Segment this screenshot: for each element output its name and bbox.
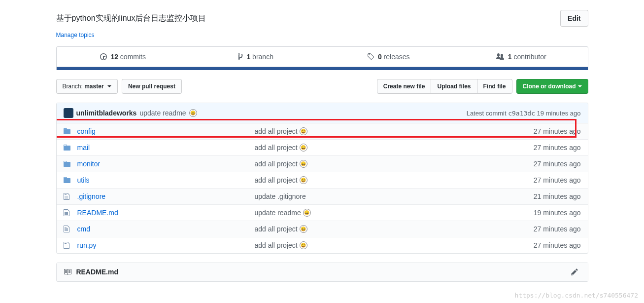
emoji-smile-icon: 😄 — [300, 127, 307, 135]
emoji-smile-icon: 😄 — [300, 144, 307, 152]
file-list: unlimitbladeworks update readme 😄 Latest… — [56, 103, 588, 254]
file-name-link[interactable]: README.md — [77, 209, 255, 217]
file-name-link[interactable]: run.py — [77, 241, 255, 249]
stats-bar: 12 commits 1 branch 0 releases 1 contrib… — [56, 46, 588, 67]
stat-releases[interactable]: 0 releases — [322, 47, 455, 67]
find-file-button[interactable]: Find file — [477, 79, 512, 94]
stat-commits[interactable]: 12 commits — [57, 47, 190, 67]
file-name-link[interactable]: mail — [77, 144, 255, 152]
emoji-smile-icon: 😄 — [189, 109, 197, 117]
create-file-button[interactable]: Create new file — [377, 79, 432, 94]
file-time: 27 minutes ago — [502, 144, 581, 152]
file-icon — [64, 225, 71, 233]
file-commit-message[interactable]: update readme😄 — [255, 209, 502, 217]
commit-author[interactable]: unlimitbladeworks — [76, 109, 137, 117]
emoji-smile-icon: 😄 — [303, 209, 311, 217]
edit-button[interactable]: Edit — [560, 10, 588, 27]
latest-commit-row: unlimitbladeworks update readme 😄 Latest… — [57, 103, 588, 123]
file-time: 27 minutes ago — [502, 160, 581, 168]
file-icon — [64, 192, 71, 200]
people-icon — [496, 53, 504, 61]
table-row: configadd all project😄27 minutes ago — [57, 123, 588, 140]
commit-meta: Latest commit c9a13dc 19 minutes ago — [467, 110, 581, 117]
file-name-link[interactable]: .gitignore — [77, 192, 255, 200]
file-name-link[interactable]: config — [77, 127, 255, 135]
table-row: monitoradd all project😄27 minutes ago — [57, 156, 588, 172]
file-commit-message[interactable]: add all project😄 — [255, 241, 502, 249]
file-time: 27 minutes ago — [502, 127, 581, 135]
commit-message[interactable]: update readme — [139, 109, 186, 117]
file-time: 19 minutes ago — [502, 209, 581, 217]
pencil-icon — [571, 268, 578, 276]
table-row: cmdadd all project😄27 minutes ago — [57, 221, 588, 237]
file-time: 21 minutes ago — [502, 192, 581, 200]
table-row: run.pyadd all project😄27 minutes ago — [57, 237, 588, 253]
file-name-link[interactable]: cmd — [77, 225, 255, 233]
table-row: mailadd all project😄27 minutes ago — [57, 140, 588, 156]
table-row: utilsadd all project😄27 minutes ago — [57, 172, 588, 189]
file-name-link[interactable]: monitor — [77, 160, 255, 168]
file-name-link[interactable]: utils — [77, 176, 255, 184]
folder-icon — [64, 144, 71, 152]
branch-select-button[interactable]: Branch: master — [56, 79, 118, 94]
file-icon — [64, 241, 71, 249]
clone-download-button[interactable]: Clone or download — [516, 79, 588, 94]
file-time: 27 minutes ago — [502, 225, 581, 233]
file-time: 27 minutes ago — [502, 241, 581, 249]
avatar[interactable] — [64, 108, 73, 118]
file-commit-message[interactable]: add all project😄 — [255, 127, 502, 135]
language-bar[interactable] — [56, 67, 588, 70]
file-time: 27 minutes ago — [502, 176, 581, 184]
book-icon — [64, 268, 71, 276]
file-commit-message[interactable]: update .gitignore — [255, 192, 502, 200]
file-commit-message[interactable]: add all project😄 — [255, 225, 502, 233]
repo-description: 基于python实现的linux后台日志监控小项目 — [56, 13, 206, 24]
folder-icon — [64, 176, 71, 184]
file-icon — [64, 209, 71, 217]
emoji-smile-icon: 😄 — [300, 225, 307, 233]
folder-icon — [64, 127, 71, 135]
table-row: README.mdupdate readme😄19 minutes ago — [57, 205, 588, 221]
upload-files-button[interactable]: Upload files — [431, 79, 477, 94]
stat-branches[interactable]: 1 branch — [189, 47, 322, 67]
new-pull-request-button[interactable]: New pull request — [122, 79, 182, 94]
emoji-smile-icon: 😄 — [300, 160, 307, 168]
folder-icon — [64, 160, 71, 168]
file-commit-message[interactable]: add all project😄 — [255, 176, 502, 184]
emoji-smile-icon: 😄 — [300, 241, 307, 249]
history-icon — [100, 53, 107, 61]
commit-sha[interactable]: c9a13dc — [508, 110, 535, 117]
file-commit-message[interactable]: add all project😄 — [255, 144, 502, 152]
readme-title: README.md — [64, 268, 118, 276]
edit-readme-button[interactable] — [571, 268, 581, 276]
table-row: .gitignoreupdate .gitignore21 minutes ag… — [57, 189, 588, 205]
branch-icon — [238, 53, 243, 61]
readme-box: README.md — [56, 263, 588, 282]
tag-icon — [367, 53, 374, 61]
manage-topics-link[interactable]: Manage topics — [56, 32, 95, 38]
stat-contributors[interactable]: 1 contributor — [455, 47, 588, 67]
emoji-smile-icon: 😄 — [300, 176, 307, 184]
file-commit-message[interactable]: add all project😄 — [255, 160, 502, 168]
